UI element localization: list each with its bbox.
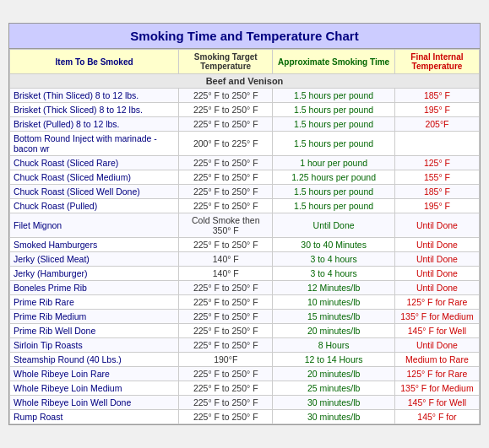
final-temp-cell: 195° F <box>394 103 479 117</box>
approx-time-cell: 3 to 4 hours <box>273 252 395 267</box>
smoking-temp-cell: 190°F <box>179 353 273 367</box>
final-temp-cell: 135° F for Medium <box>394 381 479 396</box>
approx-time-cell: 8 Hours <box>273 338 395 353</box>
approx-time-cell: 1 hour per pound <box>273 156 395 170</box>
item-cell: Chuck Roast (Pulled) <box>10 199 179 213</box>
final-temp-cell: 185° F <box>394 185 479 199</box>
approx-time-cell: 1.5 hours per pound <box>273 103 395 117</box>
table-row: Steamship Round (40 Lbs.)190°F12 to 14 H… <box>10 353 480 367</box>
table-row: Chuck Roast (Sliced Well Done)225° F to … <box>10 185 480 199</box>
smoking-temp-cell: 225° F to 250° F <box>179 324 273 338</box>
smoking-temp-cell: 225° F to 250° F <box>179 281 273 295</box>
item-cell: Bottom Round Inject with marinade - baco… <box>10 132 179 156</box>
approx-time-cell: 1.5 hours per pound <box>273 132 395 156</box>
table-row: Brisket (Thin Sliced) 8 to 12 lbs.225° F… <box>10 89 480 103</box>
approx-time-cell: Until Done <box>273 213 395 238</box>
approx-time-cell: 25 minutes/lb <box>273 381 395 396</box>
header-item: Item To Be Smoked <box>10 50 179 74</box>
approx-time-cell: 1.5 hours per pound <box>273 117 395 132</box>
item-cell: Brisket (Thick Sliced) 8 to 12 lbs. <box>10 103 179 117</box>
smoking-temp-cell: Cold Smoke then 350° F <box>179 213 273 238</box>
chart-container: Smoking Time and Temperature Chart Item … <box>8 23 481 425</box>
header-smoking-temp: Smoking Target Temperature <box>179 50 273 74</box>
item-cell: Whole Ribeye Loin Medium <box>10 381 179 396</box>
table-row: Chuck Roast (Sliced Rare)225° F to 250° … <box>10 156 480 170</box>
item-cell: Filet Mignon <box>10 213 179 238</box>
item-cell: Rump Roast <box>10 410 179 424</box>
header-final-temp: Final Internal Temperature <box>394 50 479 74</box>
table-row: Sirloin Tip Roasts225° F to 250° F8 Hour… <box>10 338 480 353</box>
final-temp-cell: 135° F for Medium <box>394 310 479 324</box>
approx-time-cell: 10 minutes/lb <box>273 295 395 310</box>
header-approx-time: Approximate Smoking Time <box>273 50 395 74</box>
final-temp-cell: 125° F <box>394 156 479 170</box>
table-row: Prime Rib Rare225° F to 250° F10 minutes… <box>10 295 480 310</box>
table-row: Rump Roast225° F to 250° F30 minutes/lb1… <box>10 410 480 424</box>
smoking-temp-cell: 225° F to 250° F <box>179 367 273 381</box>
final-temp-cell: 195° F <box>394 199 479 213</box>
table-row: Prime Rib Well Done225° F to 250° F20 mi… <box>10 324 480 338</box>
table-row: Brisket (Pulled) 8 to 12 lbs.225° F to 2… <box>10 117 480 132</box>
final-temp-cell: 145° F for Well <box>394 396 479 410</box>
item-cell: Smoked Hamburgers <box>10 238 179 252</box>
final-temp-cell: Until Done <box>394 252 479 267</box>
approx-time-cell: 30 to 40 Minutes <box>273 238 395 252</box>
approx-time-cell: 15 minutes/lb <box>273 310 395 324</box>
item-cell: Brisket (Thin Sliced) 8 to 12 lbs. <box>10 89 179 103</box>
final-temp-cell: 155° F <box>394 170 479 185</box>
item-cell: Prime Rib Well Done <box>10 324 179 338</box>
smoking-temp-cell: 225° F to 250° F <box>179 396 273 410</box>
final-temp-cell: Medium to Rare <box>394 353 479 367</box>
final-temp-cell: 145° F for Well <box>394 324 479 338</box>
table-row: Boneles Prime Rib225° F to 250° F12 Minu… <box>10 281 480 295</box>
item-cell: Prime Rib Medium <box>10 310 179 324</box>
approx-time-cell: 3 to 4 hours <box>273 267 395 281</box>
approx-time-cell: 20 minutes/lb <box>273 367 395 381</box>
item-cell: Whole Ribeye Loin Rare <box>10 367 179 381</box>
item-cell: Chuck Roast (Sliced Rare) <box>10 156 179 170</box>
smoking-chart-table: Item To Be Smoked Smoking Target Tempera… <box>9 49 480 424</box>
item-cell: Chuck Roast (Sliced Medium) <box>10 170 179 185</box>
approx-time-cell: 30 minutes/lb <box>273 396 395 410</box>
final-temp-cell: Until Done <box>394 338 479 353</box>
final-temp-cell: Until Done <box>394 213 479 238</box>
table-row: Whole Ribeye Loin Well Done225° F to 250… <box>10 396 480 410</box>
table-row: Chuck Roast (Sliced Medium)225° F to 250… <box>10 170 480 185</box>
item-cell: Boneles Prime Rib <box>10 281 179 295</box>
approx-time-cell: 30 minutes/lb <box>273 410 395 424</box>
smoking-temp-cell: 225° F to 250° F <box>179 238 273 252</box>
smoking-temp-cell: 140° F <box>179 252 273 267</box>
item-cell: Jerky (Sliced Meat) <box>10 252 179 267</box>
item-cell: Prime Rib Rare <box>10 295 179 310</box>
smoking-temp-cell: 225° F to 250° F <box>179 103 273 117</box>
smoking-temp-cell: 225° F to 250° F <box>179 185 273 199</box>
smoking-temp-cell: 225° F to 250° F <box>179 310 273 324</box>
item-cell: Whole Ribeye Loin Well Done <box>10 396 179 410</box>
final-temp-cell: Until Done <box>394 238 479 252</box>
table-row: Chuck Roast (Pulled)225° F to 250° F1.5 … <box>10 199 480 213</box>
table-row: Smoked Hamburgers225° F to 250° F30 to 4… <box>10 238 480 252</box>
approx-time-cell: 1.25 hours per pound <box>273 170 395 185</box>
smoking-temp-cell: 225° F to 250° F <box>179 381 273 396</box>
final-temp-cell: Until Done <box>394 267 479 281</box>
smoking-temp-cell: 140° F <box>179 267 273 281</box>
smoking-temp-cell: 225° F to 250° F <box>179 170 273 185</box>
approx-time-cell: 20 minutes/lb <box>273 324 395 338</box>
final-temp-cell: 205°F <box>394 117 479 132</box>
section-header-row: Beef and Venison <box>10 74 480 89</box>
approx-time-cell: 12 Minutes/lb <box>273 281 395 295</box>
approx-time-cell: 1.5 hours per pound <box>273 89 395 103</box>
smoking-temp-cell: 225° F to 250° F <box>179 338 273 353</box>
table-row: Whole Ribeye Loin Rare225° F to 250° F20… <box>10 367 480 381</box>
final-temp-cell: 185° F <box>394 89 479 103</box>
smoking-temp-cell: 200° F to 225° F <box>179 132 273 156</box>
table-row: Jerky (Hamburger)140° F3 to 4 hoursUntil… <box>10 267 480 281</box>
item-cell: Steamship Round (40 Lbs.) <box>10 353 179 367</box>
final-temp-cell: 125° F for Rare <box>394 367 479 381</box>
smoking-temp-cell: 225° F to 250° F <box>179 295 273 310</box>
section-header: Beef and Venison <box>10 74 480 89</box>
table-row: Filet MignonCold Smoke then 350° FUntil … <box>10 213 480 238</box>
table-row: Prime Rib Medium225° F to 250° F15 minut… <box>10 310 480 324</box>
final-temp-cell <box>394 132 479 156</box>
item-cell: Jerky (Hamburger) <box>10 267 179 281</box>
